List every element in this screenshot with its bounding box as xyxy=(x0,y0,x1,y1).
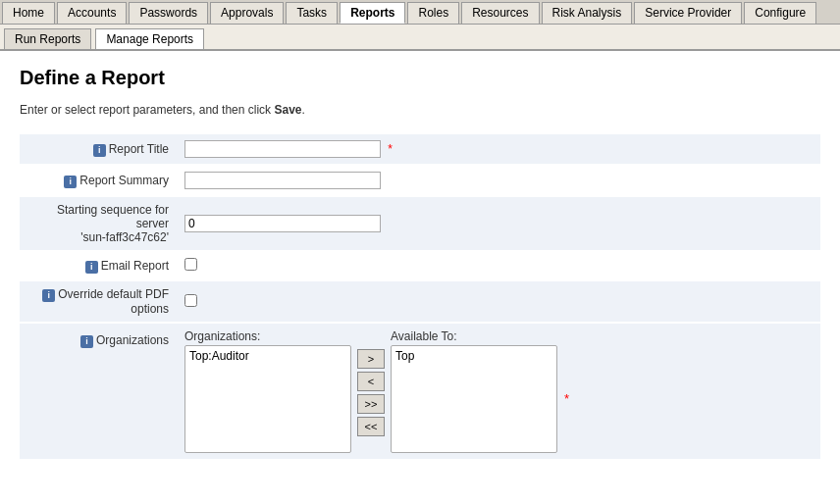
email-report-input-cell xyxy=(177,251,820,280)
tab-reports[interactable]: Reports xyxy=(340,2,405,24)
move-all-right-button[interactable]: >> xyxy=(357,394,385,414)
available-required-star: * xyxy=(564,391,569,406)
tab-configure[interactable]: Configure xyxy=(744,2,816,24)
org-listbox[interactable]: Top:Auditor xyxy=(184,345,351,453)
report-title-row: iReport Title * xyxy=(20,134,820,165)
tab-risk-analysis[interactable]: Risk Analysis xyxy=(542,2,633,24)
report-title-info-icon[interactable]: i xyxy=(93,144,106,157)
sub-tab-run-reports[interactable]: Run Reports xyxy=(4,28,91,49)
page-title: Define a Report xyxy=(20,67,820,89)
override-pdf-row: iOverride default PDF options xyxy=(20,280,820,323)
tab-service-provider[interactable]: Service Provider xyxy=(634,2,742,24)
report-summary-input-cell xyxy=(177,165,820,196)
starting-sequence-row: Starting sequence for server'sun-faff3c4… xyxy=(20,196,820,251)
tab-roles[interactable]: Roles xyxy=(407,2,459,24)
org-available-label: Available To: xyxy=(391,329,557,343)
org-transfer-buttons: > < >> << xyxy=(357,329,385,436)
starting-sequence-input[interactable] xyxy=(184,215,381,232)
organizations-info-icon[interactable]: i xyxy=(80,335,93,348)
report-title-input-cell: * xyxy=(177,134,820,165)
org-columns: Organizations: Top:Auditor > < >> << xyxy=(184,329,813,453)
move-right-button[interactable]: > xyxy=(357,349,385,369)
email-report-checkbox[interactable] xyxy=(184,258,197,271)
org-list-label: Organizations: xyxy=(184,329,351,343)
org-available-item[interactable]: Top xyxy=(394,348,554,364)
intro-prefix: Enter or select report parameters, and t… xyxy=(20,103,274,117)
override-pdf-input-cell xyxy=(177,280,820,323)
organizations-row: iOrganizations Organizations: Top:Audito… xyxy=(20,323,820,460)
tab-tasks[interactable]: Tasks xyxy=(286,2,338,24)
sub-tab-manage-reports[interactable]: Manage Reports xyxy=(95,28,204,49)
org-available-container: Available To: Top * xyxy=(391,329,557,453)
report-title-required: * xyxy=(388,142,393,156)
override-pdf-checkbox[interactable] xyxy=(184,294,197,307)
org-list-item[interactable]: Top:Auditor xyxy=(187,348,348,364)
organizations-label: iOrganizations xyxy=(20,323,177,460)
org-list-container: Organizations: Top:Auditor xyxy=(184,329,351,453)
report-summary-info-icon[interactable]: i xyxy=(64,176,77,188)
report-title-label: iReport Title xyxy=(20,134,177,165)
organizations-content-cell: Organizations: Top:Auditor > < >> << xyxy=(177,323,820,460)
main-content: Define a Report Enter or select report p… xyxy=(0,51,840,504)
email-report-label: iEmail Report xyxy=(20,251,177,280)
move-left-button[interactable]: < xyxy=(357,372,385,391)
report-summary-row: iReport Summary xyxy=(20,165,820,196)
nav-bar: Home Accounts Passwords Approvals Tasks … xyxy=(0,0,840,25)
tab-resources[interactable]: Resources xyxy=(461,2,539,24)
email-report-row: iEmail Report xyxy=(20,251,820,280)
override-pdf-label: iOverride default PDF options xyxy=(20,280,177,323)
email-report-info-icon[interactable]: i xyxy=(85,261,98,274)
intro-text: Enter or select report parameters, and t… xyxy=(20,103,820,117)
starting-sequence-label: Starting sequence for server'sun-faff3c4… xyxy=(20,196,177,251)
report-title-input[interactable] xyxy=(184,140,381,158)
intro-suffix: . xyxy=(301,103,304,117)
tab-accounts[interactable]: Accounts xyxy=(57,2,127,24)
report-summary-label: iReport Summary xyxy=(20,165,177,196)
form-table: iReport Title * iReport Summary Starting… xyxy=(20,134,820,461)
tab-approvals[interactable]: Approvals xyxy=(210,2,284,24)
intro-bold: Save xyxy=(274,103,301,117)
tab-home[interactable]: Home xyxy=(2,2,55,24)
starting-sequence-input-cell xyxy=(177,196,820,251)
move-all-left-button[interactable]: << xyxy=(357,417,385,436)
sub-nav-bar: Run Reports Manage Reports xyxy=(0,25,840,51)
org-available-listbox[interactable]: Top xyxy=(391,345,557,453)
report-summary-input[interactable] xyxy=(184,172,381,189)
override-pdf-info-icon[interactable]: i xyxy=(42,289,55,302)
tab-passwords[interactable]: Passwords xyxy=(129,2,208,24)
